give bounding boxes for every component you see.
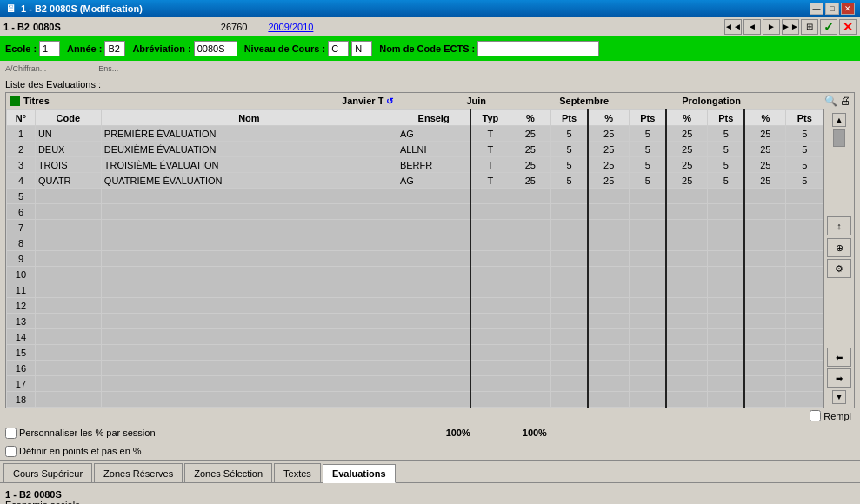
nav-prev[interactable]: ◄ [743,19,761,35]
nav-first[interactable]: ◄◄ [724,19,742,35]
th-code: Code [35,110,101,126]
juin-header: Juin [466,96,486,106]
tab-zones-sélection[interactable]: Zones Sélection [184,463,272,482]
title-bar-controls: — □ ✕ [810,3,855,15]
pct-total-1: 100% [446,428,470,438]
table-row[interactable]: 16 [7,361,823,376]
nom-ects-label: Nom de Code ECTS : [379,43,475,54]
search-icon[interactable]: 🔍 [824,95,837,107]
period-header-row: Titres Janvier T ↺ Juin Septembre Prolon… [5,92,855,109]
add-button[interactable]: ⊕ [827,238,851,257]
table-row[interactable]: 4QUATRQUATRIÈME ÉVALUATIONAGT25525525525… [7,173,823,189]
tab-zones-réserves[interactable]: Zones Réserves [94,463,183,482]
minimize-button[interactable]: — [810,3,823,15]
sort-buttons: ↕ [827,216,851,235]
table-row[interactable]: 15 [7,345,823,361]
th-typ: Typ [470,110,510,126]
tab-evaluations[interactable]: Evaluations [323,464,396,483]
table-row[interactable]: 8 [7,235,823,251]
table-row[interactable]: 13 [7,314,823,329]
janvier-header: Janvier T ↺ [342,96,393,106]
personnaliser-label: Personnaliser les % par session [19,428,156,438]
status-line2: Economie sociale [5,500,855,505]
ecole-label: Ecole : [5,43,37,54]
bottom-checks: Personnaliser les % par session 100% 100… [0,423,860,442]
title-bar: 🖥 1 - B2 0080S (Modification) — □ ✕ [0,0,860,17]
rempl-checkbox[interactable] [810,410,821,421]
abrev-input[interactable] [194,41,237,56]
close-button[interactable]: ✕ [841,3,855,15]
th-pts-s: Pts [708,110,745,126]
annee-label: Année : [67,43,102,54]
search-icons: 🔍 🖨 [824,95,850,107]
tab-cours-supérieur[interactable]: Cours Supérieur [3,463,92,482]
th-nom: Nom [101,110,397,126]
table-row[interactable]: 18 [7,392,823,408]
table-row[interactable]: 2DEUXDEUXIÈME ÉVALUATIONALLNIT2552552552… [7,142,823,157]
niveau-input1[interactable] [328,41,349,56]
annee-input[interactable] [104,41,125,56]
year-link[interactable]: 2009/2010 [268,22,313,32]
table-row[interactable]: 14 [7,329,823,345]
th-pct-j: % [510,110,551,126]
maximize-button[interactable]: □ [825,3,839,15]
scroll-up-button[interactable]: ▲ [832,113,846,127]
settings-button[interactable]: ⚙ [827,259,851,278]
copy-buttons: ⬅ ➡ [827,348,851,388]
nav-buttons: ◄◄ ◄ ► ►► ⊞ ✓ ✕ [724,19,857,35]
th-pct-p: % [744,110,786,126]
green-square-icon [10,96,20,106]
table-row[interactable]: 1UNPREMIÈRE ÉVALUATIONAGT255255255255 [7,126,823,142]
th-pts-ju: Pts [630,110,667,126]
table-row[interactable]: 7 [7,220,823,235]
table-row[interactable]: 10 [7,267,823,282]
print-icon[interactable]: 🖨 [840,95,850,107]
niveau-label: Niveau de Cours : [244,43,326,54]
table-row[interactable]: 12 [7,298,823,314]
nav-last[interactable]: ►► [782,19,799,35]
confirm-button[interactable]: ✓ [820,19,837,35]
cancel-nav-button[interactable]: ✕ [839,19,857,35]
pct-totals: 100% 100% [173,428,855,438]
eval-table: N° Code Nom Enseig Typ % Pts % Pts % Pts… [6,109,823,408]
refresh-icon[interactable]: ↺ [386,96,393,106]
prolongation-header: Prolongation [682,96,741,106]
table-row[interactable]: 9 [7,251,823,267]
main-table-area: N° Code Nom Enseig Typ % Pts % Pts % Pts… [5,109,855,408]
scroll-down-button[interactable]: ▼ [832,390,846,404]
menu-number: 26760 [221,22,248,32]
definir-label: Définir en points et pas en % [19,446,142,456]
nav-grid[interactable]: ⊞ [801,19,818,35]
th-n: N° [7,110,36,126]
rempl-row: Rempl [5,408,855,423]
scroll-thumb [833,129,845,147]
niveau-input2[interactable] [351,41,372,56]
menu-bar: 1 - B2 0080S 26760 2009/2010 ◄◄ ◄ ► ►► ⊞… [0,17,860,36]
menu-code: 0080S [33,22,61,32]
title-bar-text: 1 - B2 0080S (Modification) [21,3,143,14]
copy-right-button[interactable]: ➡ [827,368,851,388]
table-row[interactable]: 6 [7,204,823,220]
table-row[interactable]: 17 [7,376,823,392]
nav-next[interactable]: ► [763,19,780,35]
th-pct-s: % [666,110,708,126]
ecole-input[interactable] [39,41,60,56]
septembre-header: Septembre [559,96,609,106]
table-row[interactable]: 3TROISTROISIÈME ÉVALUATIONBERFRT25525525… [7,157,823,173]
table-row[interactable]: 5 [7,189,823,204]
menu-label: 1 - B2 [3,22,30,32]
tab-textes[interactable]: Textes [274,463,321,482]
personnaliser-checkbox[interactable] [5,428,17,439]
right-panel: ▲ ↕ ⊕ ⚙ ⬅ ➡ ▼ [823,109,855,408]
copy-left-button[interactable]: ⬅ [827,348,851,367]
eval-table-container: N° Code Nom Enseig Typ % Pts % Pts % Pts… [5,109,823,408]
sub-form-row: A/Chiffran... Ens... [0,61,860,76]
rempl-label: Rempl [823,411,851,421]
action-buttons: ⊕ ⚙ [827,238,851,278]
table-row[interactable]: 11 [7,282,823,298]
sub-text1: A/Chiffran... [5,64,46,73]
sort-updown-button[interactable]: ↕ [827,216,851,235]
definir-checkbox[interactable] [5,446,17,457]
section-header: Liste des Evaluations : [0,76,860,92]
nom-ects-input[interactable] [477,41,599,56]
